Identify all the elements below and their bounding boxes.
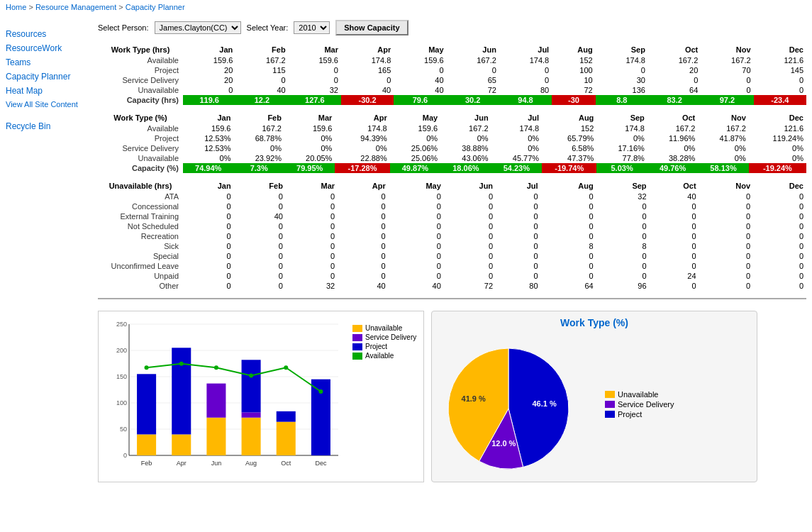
table-row: Sick000000088000 [98, 241, 806, 251]
pie-chart: 46.1 %12.0 %41.9 % [438, 334, 594, 476]
table-row: Project20115016500010002070145 [98, 65, 806, 75]
pie-chart-legend: Unavailable Service Delivery Project [605, 390, 674, 420]
left-nav: Resources ResourceWork Teams Capacity Pl… [0, 21, 92, 139]
breadcrumb-home[interactable]: Home [6, 3, 26, 11]
col-jan: Jan [183, 44, 235, 55]
unavail-hrs-title: Unavailable (hrs) [98, 180, 183, 192]
select-year-label: Select Year: [247, 23, 289, 32]
bar-chart-container: 050100150200250FebAprJunAugOctDec Unavai… [98, 311, 424, 482]
svg-text:50: 50 [120, 426, 127, 433]
breadcrumb-resource-mgmt[interactable]: Resource Management [35, 3, 116, 11]
pie-chart-title: Work Type (%) [438, 317, 751, 328]
sidebar-item-capacity-planner[interactable]: Capacity Planner [6, 70, 87, 84]
table-row: Concessional000000000000 [98, 201, 806, 211]
col-nov: Nov [701, 44, 753, 55]
svg-point-39 [214, 365, 218, 370]
legend-service-delivery: Service Delivery [352, 333, 416, 341]
svg-rect-28 [277, 411, 296, 422]
svg-rect-21 [206, 384, 226, 418]
svg-rect-27 [277, 422, 296, 455]
sidebar-item-recycle-bin[interactable]: Recycle Bin [6, 119, 87, 133]
col-mar: Mar [289, 44, 341, 55]
table-row: Special000000000000 [98, 251, 806, 261]
chart-divider [98, 298, 806, 299]
svg-text:Oct: Oct [281, 460, 291, 467]
capacity-row: Capacity (%)74.94%7.3%79.95%-17.28%49.87… [98, 163, 806, 173]
svg-text:150: 150 [116, 373, 127, 380]
svg-text:0: 0 [123, 452, 127, 459]
svg-rect-24 [242, 412, 261, 417]
pie-chart-container: Work Type (%) 46.1 %12.0 %41.9 % Unavail… [431, 311, 757, 482]
wt-pct-title: Work Type (%) [98, 112, 183, 123]
sidebar-item-resourcework[interactable]: ResourceWork [6, 41, 87, 55]
svg-text:46.1 %: 46.1 % [532, 399, 556, 408]
svg-rect-20 [206, 418, 226, 455]
table-row: Service Delivery20000406501030000 [98, 75, 806, 85]
charts-area: 050100150200250FebAprJunAugOctDec Unavai… [98, 306, 806, 487]
col-jun: Jun [447, 44, 499, 55]
work-type-pct-table: Work Type (%) Jan Feb Mar Apr May Jun Ju… [98, 112, 806, 173]
select-person-label: Select Person: [98, 23, 149, 32]
table-row: Unavailable0403240407280721366400 [98, 85, 806, 95]
pie-legend-unavailable: Unavailable [605, 390, 674, 399]
col-may: May [394, 44, 446, 55]
table-row: Other0032404072806496000 [98, 281, 806, 291]
sidebar-item-teams[interactable]: Teams [6, 55, 87, 70]
table-row: External Training0400000000000 [98, 211, 806, 221]
unavailable-hrs-table: Unavailable (hrs) Jan Feb Mar Apr May Ju… [98, 180, 806, 291]
svg-text:Aug: Aug [245, 460, 257, 467]
col-apr: Apr [341, 44, 394, 55]
svg-text:100: 100 [116, 399, 127, 406]
pie-legend-project: Project [605, 410, 674, 419]
legend-unavailable: Unavailable [352, 324, 416, 332]
col-dec: Dec [754, 44, 806, 55]
table-row: Unconfirmed Leave000000000000 [98, 261, 806, 271]
breadcrumb-capacity-planner[interactable]: Capacity Planner [126, 3, 185, 11]
capacity-row: Capacity (hrs)119.612.2127.6-30.279.630.… [98, 95, 806, 105]
sidebar-item-view-all[interactable]: View All Site Content [6, 98, 87, 111]
svg-text:Feb: Feb [141, 460, 152, 467]
table-row: Not Scheduled000000000000 [98, 221, 806, 231]
svg-point-37 [145, 365, 149, 370]
svg-rect-18 [172, 348, 191, 434]
table-row: Project12.53%68.78%0%94.39%0%0%0%65.79%0… [98, 133, 806, 143]
show-capacity-button[interactable]: Show Capacity [335, 20, 408, 35]
pie-legend-service-delivery: Service Delivery [605, 400, 674, 409]
sidebar-item-resources[interactable]: Resources [6, 27, 87, 41]
svg-point-38 [179, 362, 184, 366]
table-row: Unavailable0%23.92%20.05%22.88%25.06%43.… [98, 153, 806, 163]
svg-rect-17 [172, 434, 191, 455]
sidebar-item-heat-map[interactable]: Heat Map [6, 84, 87, 98]
person-select[interactable]: James.Clayton(CC) [155, 21, 241, 34]
svg-point-42 [318, 389, 323, 394]
table-row: Available159.6167.2159.6174.8159.6167.21… [98, 55, 806, 65]
col-aug: Aug [552, 44, 595, 55]
svg-rect-23 [242, 418, 261, 455]
svg-point-40 [249, 374, 253, 378]
svg-text:12.0 %: 12.0 % [491, 439, 516, 448]
col-jul: Jul [499, 44, 552, 55]
wt-hrs-title: Work Type (hrs) [98, 44, 183, 55]
svg-text:Apr: Apr [177, 460, 187, 467]
col-sep: Sep [596, 44, 648, 55]
svg-text:Dec: Dec [315, 460, 327, 467]
year-select[interactable]: 2010 [294, 21, 330, 34]
bar-chart: 050100150200250FebAprJunAugOctDec [104, 317, 345, 473]
table-row: Recreation000000000000 [98, 231, 806, 241]
legend-available: Available [352, 352, 416, 360]
legend-project: Project [352, 343, 416, 350]
svg-text:41.9 %: 41.9 % [462, 394, 486, 403]
table-row: Service Delivery12.53%0%0%0%25.06%38.88%… [98, 143, 806, 153]
table-row: ATA00000000324000 [98, 192, 806, 201]
svg-text:200: 200 [116, 347, 127, 354]
svg-rect-25 [242, 360, 261, 412]
svg-rect-14 [137, 434, 156, 455]
controls-bar: Select Person: James.Clayton(CC) Select … [98, 17, 806, 38]
table-row: Unpaid0000000002400 [98, 271, 806, 281]
col-feb: Feb [235, 44, 288, 55]
work-type-hrs-table: Work Type (hrs) Jan Feb Mar Apr May Jun … [98, 44, 806, 105]
svg-text:250: 250 [116, 321, 127, 328]
svg-point-41 [284, 365, 288, 370]
svg-rect-15 [137, 374, 156, 434]
svg-text:Jun: Jun [211, 460, 222, 467]
